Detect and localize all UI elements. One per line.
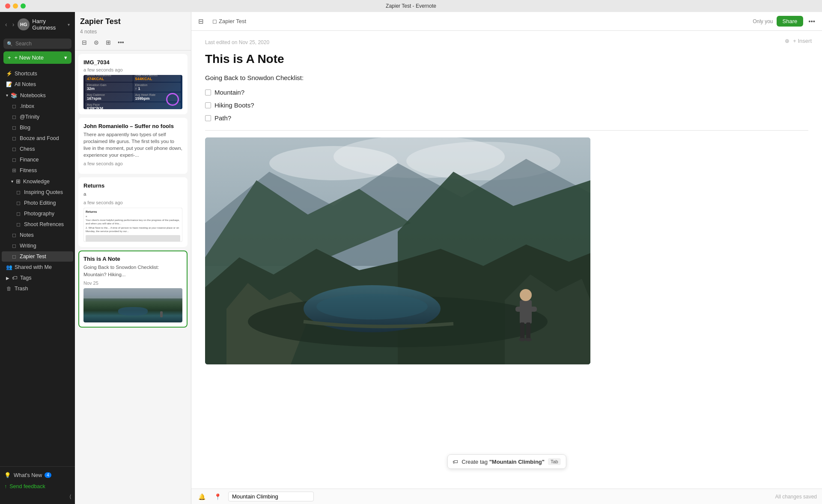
sort-button[interactable]: ⊜: [92, 38, 101, 47]
checklist-hiking-label: Hiking Boots?: [214, 100, 254, 110]
checklist-item-mountain[interactable]: Mountain?: [205, 87, 808, 98]
note-body[interactable]: Going Back to Snowdon Checklist: Mountai…: [205, 73, 808, 123]
sidebar-item-inspiring-quotes[interactable]: ◻ Inspiring Quotes: [2, 187, 73, 197]
notes-panel-title: Zapier Test: [80, 17, 186, 26]
fitness-stats: Active Kilocalories 474KCAL Total Kiloca…: [85, 75, 181, 109]
sidebar-item-trinity[interactable]: ◻ @Trinity: [2, 112, 73, 122]
search-box[interactable]: 🔍 Search: [3, 39, 71, 49]
traffic-lights: [5, 3, 26, 9]
note-card-date: Nov 25: [83, 280, 182, 286]
notebook-icon: ◻: [11, 243, 17, 249]
checkbox-path[interactable]: [205, 115, 211, 121]
sidebar-item-trash[interactable]: 🗑 Trash: [2, 283, 73, 294]
location-icon-button[interactable]: 📍: [212, 492, 223, 501]
sidebar-item-finance[interactable]: ◻ Finance: [2, 155, 73, 165]
more-options-button[interactable]: •••: [807, 16, 817, 27]
share-button[interactable]: Share: [777, 16, 804, 27]
back-icon-button[interactable]: ⊟: [197, 16, 206, 27]
note-card-this-is-a-note[interactable]: This is A Note Going Back to Snowdon Che…: [78, 251, 188, 327]
sidebar-item-photo-editing[interactable]: ◻ Photo Editing: [2, 198, 73, 208]
forward-button[interactable]: ›: [11, 20, 16, 29]
notebooks-header[interactable]: ▾ 📚 Notebooks: [2, 90, 73, 101]
stat-active-kcal: Active Kilocalories 474KCAL: [85, 75, 133, 82]
sidebar-item-booze[interactable]: ◻ Booze and Food: [2, 133, 73, 143]
svg-point-13: [316, 294, 428, 319]
more-options-button[interactable]: •••: [116, 38, 126, 47]
checklist-item-hiking[interactable]: Hiking Boots?: [205, 100, 808, 110]
filter-button[interactable]: ⊟: [80, 38, 89, 47]
trash-icon: 🗑: [6, 286, 12, 292]
note-card-preview: There are apparently two types of self p…: [83, 131, 182, 158]
whats-new-button[interactable]: 💡 What's New 4: [0, 469, 75, 481]
stat-label: Elevation Gain: [87, 84, 131, 86]
note-card-time: a few seconds ago: [83, 161, 182, 166]
view-toggle-button[interactable]: ⊞: [104, 38, 113, 47]
note-image: [205, 137, 590, 364]
notebook-icon-small: ◻: [212, 18, 217, 24]
tag-input[interactable]: [228, 492, 314, 501]
sidebar-item-writing[interactable]: ◻ Writing: [2, 241, 73, 251]
finance-label: Finance: [20, 157, 39, 163]
notebook-icon: ◻: [11, 103, 17, 109]
shortcuts-label: Shortcuts: [15, 71, 37, 77]
sidebar-item-zapier-test[interactable]: ◻ Zapier Test: [2, 251, 73, 262]
editor-content[interactable]: Last edited on Nov 25, 2020 ⊕ + Insert T…: [191, 31, 822, 489]
collapse-sidebar-button[interactable]: ⟨: [0, 492, 75, 501]
insert-label[interactable]: + Insert: [793, 38, 812, 44]
new-note-button[interactable]: + + New Note ▾: [3, 51, 71, 64]
tag-suggestion: 🏷 Create tag "Mountain Climbing" Tab: [447, 454, 566, 469]
new-note-label: + New Note: [15, 54, 44, 61]
note-card-returns[interactable]: Returns a a few seconds ago Returns a Yo…: [78, 177, 188, 247]
editor-toolbar-right: Only you Share •••: [753, 16, 817, 27]
maximize-button[interactable]: [21, 3, 26, 9]
search-label: Search: [15, 41, 32, 47]
close-button[interactable]: [5, 3, 10, 9]
note-card-img7034[interactable]: IMG_7034 a few seconds ago Active Kiloca…: [78, 54, 188, 114]
bell-icon-button[interactable]: 🔔: [197, 492, 207, 501]
sidebar-item-knowledge[interactable]: ▾ ⊞ Knowledge: [2, 176, 73, 187]
note-card-john[interactable]: John Romaniello – Suffer no fools There …: [78, 118, 188, 174]
sidebar-item-fitness[interactable]: ⊞ Fitness: [2, 165, 73, 176]
whats-new-icon: 💡: [4, 472, 11, 478]
sidebar-item-all-notes[interactable]: 📝 All Notes: [2, 79, 73, 89]
sidebar-item-tags[interactable]: ▶ 🏷 Tags: [2, 273, 73, 283]
sidebar-item-notes[interactable]: ◻ Notes: [2, 230, 73, 240]
checkbox-mountain[interactable]: [205, 89, 211, 95]
editor-panel: ⊟ ◻ Zapier Test Only you Share ••• Last …: [191, 12, 822, 504]
notebook-icon: ◻: [11, 135, 17, 141]
inspiring-label: Inspiring Quotes: [24, 189, 63, 195]
note-title[interactable]: This is A Note: [205, 52, 808, 66]
photo-editing-label: Photo Editing: [24, 200, 56, 206]
breadcrumb-notebook[interactable]: ◻ Zapier Test: [212, 18, 246, 24]
checkbox-hiking[interactable]: [205, 102, 211, 108]
shortcuts-icon: ⚡: [6, 71, 12, 77]
all-notes-label: All Notes: [15, 81, 36, 87]
stat-elevation-gain: Elevation Gain 32m: [85, 83, 133, 92]
sidebar: ‹ › HG Harry Guinness ▾ 🔍 Search + + New…: [0, 12, 75, 504]
sidebar-item-blog[interactable]: ◻ Blog: [2, 122, 73, 133]
user-profile[interactable]: HG Harry Guinness ▾: [16, 15, 71, 33]
note-card-preview: a: [83, 191, 182, 197]
minimize-button[interactable]: [13, 3, 18, 9]
fitness-label: Fitness: [20, 167, 37, 173]
note-card-title: John Romaniello – Suffer no fools: [83, 123, 182, 129]
checklist-item-path[interactable]: Path?: [205, 113, 808, 123]
note-card-preview: Going Back to Snowdon Checklist: Mountai…: [83, 264, 182, 277]
only-you-label: Only you: [753, 18, 773, 24]
notebook-icon: ◻: [11, 157, 17, 163]
svg-rect-14: [520, 300, 532, 324]
notebook-icon: ◻: [11, 146, 17, 152]
note-card-title: IMG_7034: [83, 59, 182, 66]
sidebar-item-chess[interactable]: ◻ Chess: [2, 144, 73, 154]
sidebar-item-photography[interactable]: ◻ Photography: [2, 209, 73, 219]
notebook-icon: ◻: [15, 200, 21, 206]
sidebar-item-inbox[interactable]: ◻ .Inbox: [2, 101, 73, 111]
editor-toolbar-left: ⊟ ◻ Zapier Test: [197, 16, 749, 27]
feedback-button[interactable]: ↑ Send feedback: [0, 481, 75, 492]
sidebar-item-shortcuts[interactable]: ⚡ Shortcuts: [2, 69, 73, 79]
notebook-icon: ◻: [11, 125, 17, 131]
sidebar-item-shoot-refs[interactable]: ◻ Shoot Refrences: [2, 219, 73, 230]
back-button[interactable]: ‹: [3, 20, 9, 29]
sidebar-item-shared[interactable]: 👥 Shared with Me: [2, 262, 73, 272]
note-card-title: This is A Note: [83, 256, 182, 262]
